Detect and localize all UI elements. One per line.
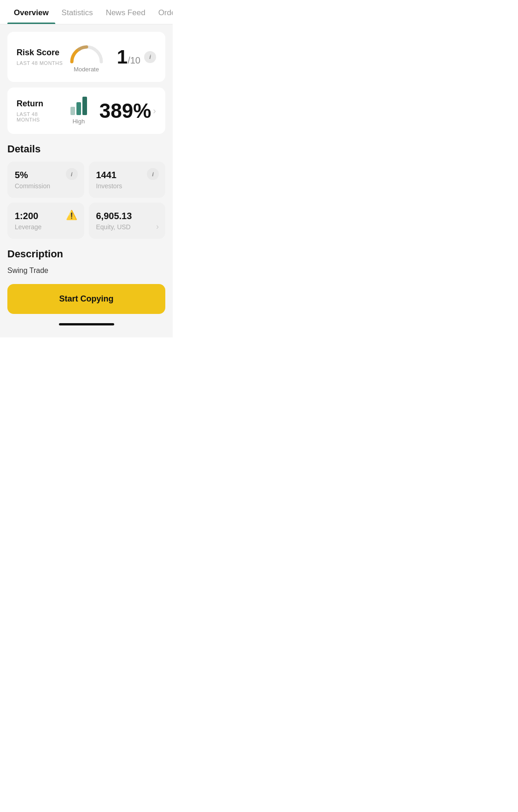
start-copying-button[interactable]: Start Copying (7, 284, 165, 314)
risk-score-subtitle: LAST 48 MONTHS (17, 60, 63, 66)
risk-score-card: Risk Score LAST 48 MONTHS Moderate 1 /10 (7, 32, 165, 82)
tab-statistics[interactable]: Statistics (55, 0, 99, 24)
tab-overview[interactable]: Overview (7, 0, 55, 24)
commission-info-icon[interactable]: i (66, 168, 78, 180)
description-text: Swing Trade (7, 267, 165, 275)
equity-value: 6,905.13 (96, 211, 158, 221)
equity-card[interactable]: 6,905.13 Equity, USD › (89, 203, 166, 239)
risk-score-info-icon[interactable]: i (144, 51, 156, 63)
leverage-card: 1:200 Leverage ⚠️ (7, 203, 84, 239)
return-title: Return (17, 99, 58, 109)
risk-score-middle: Moderate (63, 41, 110, 73)
tab-orders[interactable]: Orders (152, 0, 173, 24)
risk-score-suffix: /10 (128, 55, 140, 66)
details-grid: 5% Commission i 1441 Investors i 1:200 L… (7, 162, 165, 239)
details-section-title: Details (7, 143, 165, 155)
return-card: Return LAST 48 MONTHS High 389% › (7, 87, 165, 134)
bar-2 (76, 102, 81, 115)
equity-chevron-icon[interactable]: › (156, 222, 159, 232)
return-left: Return LAST 48 MONTHS (17, 99, 58, 122)
return-middle: High (58, 97, 99, 125)
description-section-title: Description (7, 248, 165, 260)
bar-3 (82, 97, 87, 115)
tab-news-feed[interactable]: News Feed (99, 0, 152, 24)
leverage-label: Leverage (15, 223, 77, 231)
content-area: Risk Score LAST 48 MONTHS Moderate 1 /10 (0, 24, 173, 337)
investors-card: 1441 Investors i (89, 162, 166, 198)
investors-info-icon[interactable]: i (147, 168, 159, 180)
return-value: 389% (99, 99, 151, 122)
equity-label: Equity, USD (96, 223, 158, 231)
investors-label: Investors (96, 182, 158, 190)
gauge-chart (68, 41, 105, 64)
return-bar-label: High (72, 118, 85, 125)
return-bar-chart (70, 97, 87, 115)
risk-score-right: 1 /10 i (110, 46, 156, 68)
commission-label: Commission (15, 182, 77, 190)
risk-score-value: 1 (117, 46, 128, 68)
gauge-svg (68, 41, 105, 64)
bar-1 (70, 107, 75, 115)
commission-card: 5% Commission i (7, 162, 84, 198)
risk-score-title: Risk Score (17, 48, 63, 58)
gauge-label: Moderate (74, 66, 99, 73)
home-indicator (59, 323, 114, 325)
tab-bar: Overview Statistics News Feed Orders (0, 0, 173, 24)
return-chevron-icon[interactable]: › (153, 105, 156, 116)
return-right: 389% › (99, 99, 156, 122)
risk-score-left: Risk Score LAST 48 MONTHS (17, 48, 63, 66)
return-subtitle: LAST 48 MONTHS (17, 111, 58, 122)
leverage-warning-icon[interactable]: ⚠️ (66, 209, 78, 221)
